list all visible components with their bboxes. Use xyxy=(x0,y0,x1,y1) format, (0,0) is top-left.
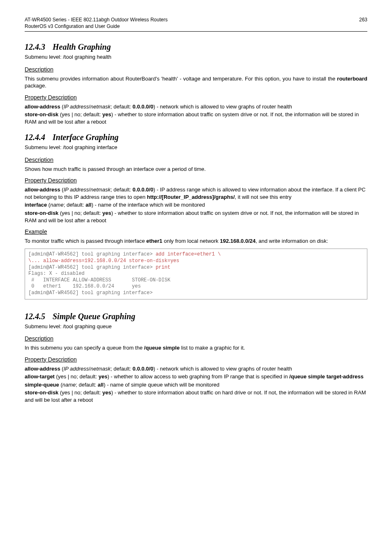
submenu-level: Submenu level: /tool graphing health xyxy=(25,53,367,61)
section-heading: 12.4.4Interface Graphing xyxy=(25,132,367,143)
section-heading: 12.4.5Simple Queue Graphing xyxy=(25,311,367,322)
property-item: allow-address (IP address/netmask; defau… xyxy=(25,365,367,373)
example-heading: Example xyxy=(25,228,367,236)
property-item: allow-address (IP address/netmask; defau… xyxy=(25,186,367,200)
section-number: 12.4.5 xyxy=(25,312,45,321)
property-item: allow-address (IP address/netmask; defau… xyxy=(25,103,367,111)
section-title: Health Graphing xyxy=(53,42,111,51)
section-title: Simple Queue Graphing xyxy=(53,312,135,321)
submenu-level: Submenu level: /tool graphing interface xyxy=(25,144,367,151)
property-item: store-on-disk (yes | no; default: yes) -… xyxy=(25,389,367,403)
description-text: Shows how much traffic is passed through… xyxy=(25,166,367,173)
description-heading: Description xyxy=(25,66,367,74)
description-text: This submenu provides information about … xyxy=(25,75,367,90)
property-list: allow-address (IP address/netmask; defau… xyxy=(25,186,367,224)
property-description-heading: Property Description xyxy=(25,94,367,101)
property-list: allow-address (IP address/netmask; defau… xyxy=(25,365,367,404)
submenu-level: Submenu level: /tool graphing queue xyxy=(25,323,367,330)
property-item: allow-target (yes | no; default: yes) - … xyxy=(25,373,367,380)
description-heading: Description xyxy=(25,156,367,164)
property-list: allow-address (IP address/netmask; defau… xyxy=(25,103,367,126)
property-item: store-on-disk (yes | no; default: yes) -… xyxy=(25,210,367,224)
property-item: interface (name; default: all) - name of… xyxy=(25,201,367,209)
example-text: To monitor traffic which is passed throu… xyxy=(25,237,367,245)
property-description-heading: Property Description xyxy=(25,177,367,184)
header-title: AT-WR4500 Series - IEEE 802.11abgh Outdo… xyxy=(25,16,168,30)
section-title: Interface Graphing xyxy=(53,133,119,142)
description-text: In this submenu you can specify a queue … xyxy=(25,344,367,352)
code-example: [admin@AT-WR4562] tool graphing interfac… xyxy=(25,249,367,299)
page-header: AT-WR4500 Series - IEEE 802.11abgh Outdo… xyxy=(25,16,367,32)
property-item: simple-queue (name; default: all) - name… xyxy=(25,381,367,389)
section-heading: 12.4.3Health Graphing xyxy=(25,41,367,53)
section-number: 12.4.3 xyxy=(25,42,45,51)
page-number: 263 xyxy=(359,16,367,30)
section-number: 12.4.4 xyxy=(25,133,45,142)
description-heading: Description xyxy=(25,335,367,343)
property-item: store-on-disk (yes | no; default: yes) -… xyxy=(25,111,367,125)
property-description-heading: Property Description xyxy=(25,356,367,364)
